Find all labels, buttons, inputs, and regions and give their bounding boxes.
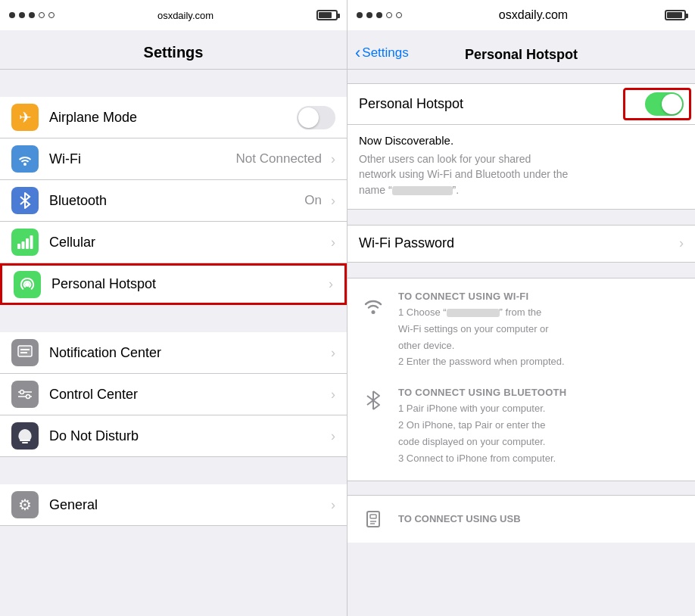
section-gap-3 bbox=[0, 457, 347, 484]
dnd-label: Do Not Disturb bbox=[49, 428, 328, 444]
usb-icon bbox=[359, 505, 388, 534]
svg-line-19 bbox=[367, 396, 373, 400]
notification-row[interactable]: Notification Center › bbox=[0, 332, 347, 374]
wifi-instr-title: TO CONNECT USING WI-FI bbox=[398, 291, 684, 302]
svg-rect-4 bbox=[30, 235, 33, 249]
right-page-title: Personal Hotspot bbox=[465, 47, 578, 63]
wifi-row[interactable]: Wi-Fi Not Connected › bbox=[0, 138, 347, 180]
disc-line3a: name “ bbox=[359, 184, 392, 196]
svg-point-5 bbox=[25, 282, 30, 287]
svg-rect-16 bbox=[20, 440, 30, 441]
right-section-gap bbox=[348, 210, 695, 225]
bt-step2b: code displayed on your computer. bbox=[398, 435, 684, 450]
airplane-toggle[interactable] bbox=[297, 106, 335, 129]
bluetooth-chevron: › bbox=[331, 193, 335, 209]
bluetooth-label: Bluetooth bbox=[49, 193, 304, 209]
right-battery bbox=[665, 10, 686, 20]
general-chevron: › bbox=[331, 497, 335, 513]
svg-rect-1 bbox=[17, 244, 20, 249]
signal-dots bbox=[9, 12, 55, 18]
personal-hotspot-row[interactable]: Personal Hotspot › bbox=[0, 263, 347, 305]
dot3 bbox=[29, 12, 35, 18]
back-label: Settings bbox=[362, 45, 408, 61]
svg-rect-3 bbox=[26, 238, 29, 249]
control-center-label: Control Center bbox=[49, 387, 328, 403]
wifi-password-label: Wi-Fi Password bbox=[359, 235, 676, 251]
general-row[interactable]: ⚙ General › bbox=[0, 484, 347, 526]
dnd-chevron: › bbox=[331, 428, 335, 444]
general-icon: ⚙ bbox=[11, 491, 39, 518]
notification-icon bbox=[11, 339, 39, 366]
bt-instr-text: TO CONNECT USING BLUETOOTH 1 Pair iPhone… bbox=[398, 387, 684, 468]
hotspot-toggle-row[interactable]: Personal Hotspot bbox=[348, 83, 695, 125]
hotspot-toggle[interactable] bbox=[645, 92, 684, 116]
instructions-section: TO CONNECT USING WI-FI 1 Choose “” from … bbox=[348, 278, 695, 481]
cellular-label: Cellular bbox=[49, 235, 328, 250]
airplane-mode-row[interactable]: ✈ Airplane Mode bbox=[0, 97, 347, 138]
back-chevron-icon: ‹ bbox=[355, 43, 360, 63]
right-url: osxdaily.com bbox=[499, 8, 568, 22]
wifi-step1: 1 Choose “” from the bbox=[398, 306, 684, 320]
wifi-instr-text: TO CONNECT USING WI-FI 1 Choose “” from … bbox=[398, 291, 684, 372]
top-gap bbox=[348, 70, 695, 83]
wifi-icon bbox=[11, 145, 39, 173]
right-status-bar: osxdaily.com bbox=[348, 0, 695, 30]
bt-step1: 1 Pair iPhone with your computer. bbox=[398, 402, 684, 416]
wifi-instruction-block: TO CONNECT USING WI-FI 1 Choose “” from … bbox=[359, 291, 684, 372]
wifi-step1c: Wi-Fi settings on your computer or bbox=[398, 322, 684, 337]
right-panel: osxdaily.com ‹ Settings Personal Hotspot… bbox=[348, 0, 695, 616]
notification-label: Notification Center bbox=[49, 345, 328, 361]
svg-rect-2 bbox=[22, 241, 25, 249]
dot2 bbox=[19, 12, 25, 18]
wifi-label: Wi-Fi bbox=[49, 151, 236, 167]
wifi-chevron: › bbox=[331, 151, 335, 167]
discoverable-section: Now Discoverable. Other users can look f… bbox=[348, 125, 695, 210]
dot1 bbox=[9, 12, 15, 18]
right-signal-dots bbox=[357, 12, 402, 18]
wifi-value: Not Connected bbox=[236, 151, 322, 166]
wifi-password-chevron: › bbox=[679, 235, 684, 251]
control-center-row[interactable]: Control Center › bbox=[0, 374, 347, 415]
dnd-icon bbox=[11, 422, 39, 450]
usb-instruction-row: TO CONNECT USING USB bbox=[348, 495, 695, 543]
disc-line3b: ”. bbox=[453, 184, 460, 196]
discoverable-title: Now Discoverable. bbox=[359, 134, 684, 147]
section-gap-1 bbox=[0, 70, 347, 97]
hotspot-icon bbox=[14, 271, 41, 298]
bluetooth-row[interactable]: Bluetooth On › bbox=[0, 180, 347, 222]
wifi-step1d: other device. bbox=[398, 339, 684, 353]
control-center-chevron: › bbox=[331, 387, 335, 403]
dnd-row[interactable]: Do Not Disturb › bbox=[0, 415, 347, 457]
airplane-label: Airplane Mode bbox=[49, 110, 297, 126]
bt-step3: 3 Connect to iPhone from computer. bbox=[398, 452, 684, 466]
right-hotspot-label: Personal Hotspot bbox=[359, 96, 645, 112]
toggle-knob bbox=[298, 107, 319, 128]
bt-step2: 2 On iPhone, tap Pair or enter the bbox=[398, 418, 684, 433]
back-button[interactable]: ‹ Settings bbox=[355, 43, 409, 63]
bluetooth-value: On bbox=[304, 193, 322, 208]
bluetooth-icon bbox=[11, 187, 39, 214]
left-panel: osxdaily.com Settings ✈ Airplane Mode bbox=[0, 0, 348, 616]
bt-instruction-block: TO CONNECT USING BLUETOOTH 1 Pair iPhone… bbox=[359, 387, 684, 468]
wifi-network-name bbox=[447, 309, 500, 317]
general-label: General bbox=[49, 497, 328, 513]
battery-fill bbox=[319, 12, 332, 18]
disc-line1: Other users can look for your shared bbox=[359, 153, 531, 165]
airplane-icon: ✈ bbox=[11, 104, 39, 131]
wifi-instr-icon bbox=[359, 291, 388, 319]
left-url: osxdaily.com bbox=[157, 10, 213, 21]
discoverable-desc: Other users can look for your shared net… bbox=[359, 151, 684, 198]
section-gap-2 bbox=[0, 305, 347, 332]
right-content: Personal Hotspot Now Discoverable. Other… bbox=[348, 70, 695, 616]
dot4 bbox=[39, 12, 45, 18]
svg-rect-9 bbox=[18, 346, 32, 356]
battery-icon bbox=[316, 10, 338, 20]
svg-rect-21 bbox=[367, 512, 379, 527]
bt-instr-icon bbox=[359, 387, 388, 415]
network-name-placeholder bbox=[392, 186, 453, 195]
wifi-password-row[interactable]: Wi-Fi Password › bbox=[348, 225, 695, 263]
control-center-icon bbox=[11, 381, 39, 408]
cellular-row[interactable]: Cellular › bbox=[0, 222, 347, 263]
right-section-gap2 bbox=[348, 263, 695, 278]
svg-rect-22 bbox=[370, 515, 376, 518]
